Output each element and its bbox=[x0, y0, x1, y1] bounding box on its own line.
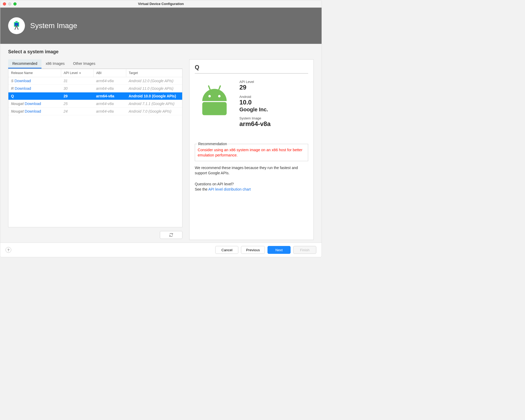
table-row[interactable]: Q29arm64-v8aAndroid 10.0 (Google APIs) bbox=[8, 92, 182, 100]
abi-cell: arm64-v8a bbox=[93, 100, 126, 107]
tab-x86-images[interactable]: x86 Images bbox=[41, 59, 69, 69]
selected-image-name: Q bbox=[195, 64, 308, 74]
col-abi[interactable]: ABI bbox=[93, 69, 126, 77]
target-cell: Android 12.0 (Google APIs) bbox=[126, 77, 182, 85]
svg-point-3 bbox=[16, 25, 17, 27]
image-table-wrap: Release Name API Level▼ ABI Target S Dow… bbox=[8, 69, 182, 227]
api-question: Questions on API level? bbox=[195, 182, 308, 186]
svg-point-7 bbox=[208, 95, 211, 97]
wizard-header: System Image bbox=[0, 8, 322, 44]
release-cell: Nougat Download bbox=[8, 107, 61, 115]
api-cell: 31 bbox=[61, 77, 93, 85]
target-cell: Android 7.1.1 (Google APIs) bbox=[126, 100, 182, 107]
api-distribution-link[interactable]: API level distribution chart bbox=[208, 187, 251, 191]
download-link[interactable]: Download bbox=[14, 79, 31, 83]
help-button[interactable]: ? bbox=[6, 247, 11, 253]
titlebar: Virtual Device Configuration bbox=[0, 0, 322, 8]
window-title: Virtual Device Configuration bbox=[0, 2, 322, 6]
col-release[interactable]: Release Name bbox=[8, 69, 61, 77]
table-row[interactable]: S Download31arm64-v8aAndroid 12.0 (Googl… bbox=[8, 77, 182, 85]
download-link[interactable]: Download bbox=[15, 86, 31, 91]
vendor-value: Google Inc. bbox=[239, 107, 308, 113]
col-api[interactable]: API Level▼ bbox=[61, 69, 93, 77]
sort-desc-icon: ▼ bbox=[79, 72, 81, 75]
target-cell: Android 7.0 (Google APIs) bbox=[126, 107, 182, 115]
table-row[interactable]: R Download30arm64-v8aAndroid 11.0 (Googl… bbox=[8, 85, 182, 92]
target-cell: Android 11.0 (Google APIs) bbox=[126, 85, 182, 92]
image-tabs: Recommendedx86 ImagesOther Images bbox=[8, 59, 182, 69]
release-cell: Nougat Download bbox=[8, 100, 61, 107]
col-target[interactable]: Target bbox=[126, 69, 182, 77]
download-link[interactable]: Download bbox=[25, 109, 41, 113]
recommendation-note: We recommend these images because they r… bbox=[195, 165, 308, 176]
recommendation-box: Recommendation Consider using an x86 sys… bbox=[195, 142, 308, 161]
system-image-label: System Image bbox=[239, 116, 308, 120]
minimize-window-button[interactable] bbox=[8, 2, 11, 6]
image-list-pane: Recommendedx86 ImagesOther Images Releas… bbox=[8, 59, 182, 240]
svg-rect-1 bbox=[15, 21, 18, 23]
svg-rect-6 bbox=[202, 102, 227, 115]
table-row[interactable]: Nougat Download24arm64-v8aAndroid 7.0 (G… bbox=[8, 107, 182, 115]
api-cell: 29 bbox=[61, 92, 93, 100]
window-controls bbox=[3, 2, 17, 6]
system-image-value: arm64-v8a bbox=[239, 120, 308, 128]
release-cell: S Download bbox=[8, 77, 61, 85]
download-link[interactable]: Download bbox=[25, 102, 41, 106]
detail-pane: Q bbox=[189, 59, 314, 240]
abi-cell: arm64-v8a bbox=[93, 92, 126, 100]
zoom-window-button[interactable] bbox=[13, 2, 17, 6]
android-label: Android bbox=[239, 95, 308, 99]
refresh-icon bbox=[169, 233, 173, 237]
release-cell: Q bbox=[8, 92, 61, 100]
table-header-row: Release Name API Level▼ ABI Target bbox=[8, 69, 182, 77]
android-version-value: 10.0 bbox=[239, 99, 308, 106]
target-cell: Android 10.0 (Google APIs) bbox=[126, 92, 182, 100]
recommendation-legend: Recommendation bbox=[198, 142, 228, 146]
see-link-line: See the API level distribution chart bbox=[195, 187, 308, 191]
cancel-button[interactable]: Cancel bbox=[215, 246, 238, 254]
content-area: Select a system image Recommendedx86 Ima… bbox=[0, 44, 322, 243]
close-window-button[interactable] bbox=[3, 2, 6, 6]
wizard-title: System Image bbox=[30, 22, 77, 30]
image-table: Release Name API Level▼ ABI Target S Dow… bbox=[8, 69, 182, 115]
previous-button[interactable]: Previous bbox=[241, 246, 265, 254]
android-studio-icon bbox=[8, 17, 25, 34]
tab-other-images[interactable]: Other Images bbox=[69, 59, 99, 69]
api-level-value: 29 bbox=[239, 84, 308, 91]
api-cell: 24 bbox=[61, 107, 93, 115]
refresh-button[interactable] bbox=[160, 231, 182, 239]
table-row[interactable]: Nougat Download25arm64-v8aAndroid 7.1.1 … bbox=[8, 100, 182, 107]
svg-point-8 bbox=[218, 95, 220, 97]
tab-recommended[interactable]: Recommended bbox=[8, 59, 41, 69]
window: Virtual Device Configuration System Imag… bbox=[0, 0, 322, 257]
release-cell: R Download bbox=[8, 85, 61, 92]
abi-cell: arm64-v8a bbox=[93, 77, 126, 85]
abi-cell: arm64-v8a bbox=[93, 107, 126, 115]
api-cell: 30 bbox=[61, 85, 93, 92]
page-subtitle: Select a system image bbox=[8, 49, 314, 55]
finish-button[interactable]: Finish bbox=[293, 246, 316, 254]
abi-cell: arm64-v8a bbox=[93, 85, 126, 92]
android-robot-icon bbox=[195, 79, 234, 131]
api-level-label: API Level bbox=[239, 80, 308, 84]
wizard-footer: ? Cancel Previous Next Finish bbox=[0, 243, 322, 257]
recommendation-text: Consider using an x86 system image on an… bbox=[198, 148, 305, 158]
api-cell: 25 bbox=[61, 100, 93, 107]
next-button[interactable]: Next bbox=[267, 246, 291, 254]
